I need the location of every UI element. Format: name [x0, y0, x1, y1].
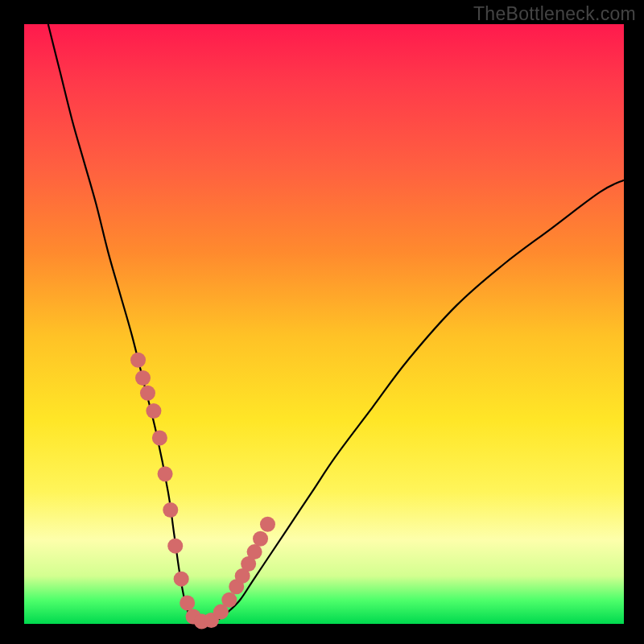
data-marker — [247, 544, 262, 559]
chart-frame: TheBottleneck.com — [0, 0, 644, 644]
data-marker — [152, 431, 167, 446]
data-marker — [140, 386, 155, 401]
data-marker — [158, 466, 173, 481]
watermark-text: TheBottleneck.com — [473, 3, 636, 25]
data-marker — [163, 502, 178, 518]
data-marker — [180, 595, 195, 610]
plot-area — [24, 24, 624, 624]
data-marker — [253, 531, 268, 547]
data-marker — [130, 353, 146, 368]
bottleneck-curve — [48, 24, 624, 624]
data-marker — [146, 403, 161, 419]
data-marker — [260, 517, 275, 532]
data-marker — [174, 572, 189, 587]
data-marker — [221, 592, 237, 608]
data-marker — [135, 370, 151, 386]
marker-group — [130, 353, 275, 630]
chart-svg — [24, 24, 624, 624]
data-marker — [167, 539, 183, 554]
